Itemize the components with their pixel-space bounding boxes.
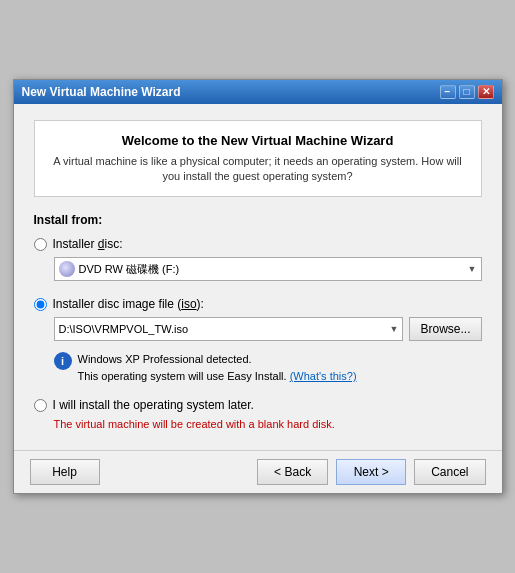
detection-line2: This operating system will use Easy Inst… — [78, 370, 287, 382]
install-later-radio[interactable] — [34, 399, 47, 412]
wizard-description: A virtual machine is like a physical com… — [51, 154, 465, 185]
installer-disc-group: Installer disc: DVD RW 磁碟機 (F:) ▼ — [34, 237, 482, 281]
close-button[interactable]: ✕ — [478, 85, 494, 99]
titlebar: New Virtual Machine Wizard − □ ✕ — [14, 80, 502, 104]
blank-disk-text: The virtual machine will be created with… — [54, 418, 482, 430]
iso-dropdown-row: D:\ISO\VRMPVOL_TW.iso ▼ Browse... — [54, 317, 482, 341]
detection-line1: Windows XP Professional detected. — [78, 353, 252, 365]
next-button[interactable]: Next > — [336, 459, 406, 485]
titlebar-controls: − □ ✕ — [440, 85, 494, 99]
installer-disc-label[interactable]: Installer disc: — [53, 237, 123, 251]
cancel-button[interactable]: Cancel — [414, 459, 485, 485]
whats-this-link[interactable]: (What's this?) — [290, 370, 357, 382]
header-section: Welcome to the New Virtual Machine Wizar… — [34, 120, 482, 198]
installer-iso-group: Installer disc image file (iso): D:\ISO\… — [34, 297, 482, 341]
installer-disc-radio-row: Installer disc: — [34, 237, 482, 251]
browse-button[interactable]: Browse... — [409, 317, 481, 341]
disc-dropdown-arrow: ▼ — [468, 264, 477, 274]
iso-dropdown[interactable]: D:\ISO\VRMPVOL_TW.iso ▼ — [54, 317, 404, 341]
installer-iso-label[interactable]: Installer disc image file (iso): — [53, 297, 204, 311]
info-icon: i — [54, 352, 72, 370]
install-from-label: Install from: — [34, 213, 482, 227]
disc-dropdown[interactable]: DVD RW 磁碟機 (F:) ▼ — [54, 257, 482, 281]
help-button[interactable]: Help — [30, 459, 100, 485]
content-area: Welcome to the New Virtual Machine Wizar… — [14, 104, 502, 451]
install-later-group: I will install the operating system late… — [34, 398, 482, 430]
install-later-radio-row: I will install the operating system late… — [34, 398, 482, 412]
minimize-button[interactable]: − — [440, 85, 456, 99]
back-button[interactable]: < Back — [257, 459, 328, 485]
detection-info-box: i Windows XP Professional detected. This… — [54, 351, 482, 384]
wizard-title: Welcome to the New Virtual Machine Wizar… — [51, 133, 465, 148]
dvd-icon: DVD RW 磁碟機 (F:) — [59, 261, 180, 277]
footer: Help < Back Next > Cancel — [14, 450, 502, 493]
maximize-button[interactable]: □ — [459, 85, 475, 99]
detection-text: Windows XP Professional detected. This o… — [78, 351, 357, 384]
dvd-circle-icon — [59, 261, 75, 277]
footer-right-buttons: < Back Next > Cancel — [257, 459, 485, 485]
main-window: New Virtual Machine Wizard − □ ✕ Welcome… — [13, 79, 503, 495]
installer-disc-radio[interactable] — [34, 238, 47, 251]
install-later-label[interactable]: I will install the operating system late… — [53, 398, 254, 412]
iso-path-text: D:\ISO\VRMPVOL_TW.iso — [59, 323, 189, 335]
window-title: New Virtual Machine Wizard — [22, 85, 181, 99]
installer-iso-radio-row: Installer disc image file (iso): — [34, 297, 482, 311]
installer-iso-radio[interactable] — [34, 298, 47, 311]
disc-dropdown-row: DVD RW 磁碟機 (F:) ▼ — [54, 257, 482, 281]
iso-dropdown-arrow: ▼ — [390, 324, 399, 334]
